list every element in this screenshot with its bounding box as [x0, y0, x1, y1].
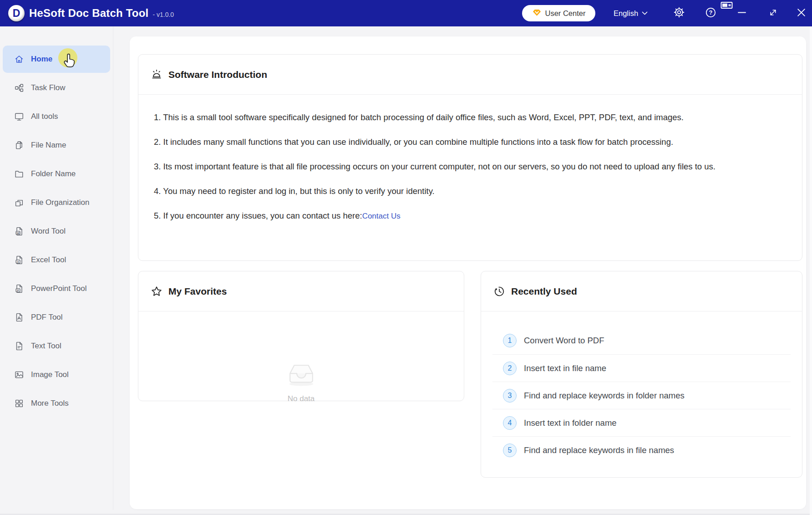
close-button[interactable] — [793, 0, 809, 26]
svg-text:P: P — [17, 289, 19, 292]
recently-used-header: Recently Used — [481, 271, 802, 311]
home-icon — [14, 54, 24, 64]
sidebar-item-text-tool[interactable]: Text Tool — [3, 332, 110, 360]
sidebar-item-pdf-tool[interactable]: PDF Tool — [3, 304, 110, 331]
sidebar-item-more-tools[interactable]: More Tools — [3, 390, 110, 417]
history-clock-icon — [493, 286, 505, 297]
pdf-doc-icon — [14, 312, 24, 322]
sidebar-item-home[interactable]: Home — [3, 46, 110, 73]
recent-item-convert-word-to-pdf[interactable]: 1 Convert Word to PDF — [492, 327, 791, 354]
recently-used-card: Recently Used 1 Convert Word to PDF 2 In… — [481, 271, 802, 478]
recent-item-label: Insert text in folder name — [524, 418, 617, 428]
recent-item-label: Find and replace keywords in file names — [524, 445, 674, 455]
sidebar: Home Task Flow All tools File Na — [0, 26, 113, 510]
resize-icon — [768, 8, 778, 19]
minimize-button[interactable] — [734, 0, 750, 26]
recent-rank-badge: 4 — [503, 416, 517, 430]
sidebar-item-image-tool[interactable]: Image Tool — [3, 361, 110, 388]
intro-point: 4. You may need to register and log in, … — [154, 184, 790, 199]
svg-text:W: W — [17, 231, 20, 235]
sidebar-item-label: File Name — [31, 141, 66, 150]
app-version: - v1.0.0 — [152, 1, 174, 28]
recent-item-label: Find and replace keywords in folder name… — [524, 391, 685, 401]
sidebar-item-label: Task Flow — [31, 83, 66, 92]
recently-used-list: 1 Convert Word to PDF 2 Insert text in f… — [481, 311, 802, 464]
empty-inbox-icon — [284, 380, 319, 388]
my-favorites-header: My Favorites — [138, 271, 464, 311]
my-favorites-card: My Favorites No data — [138, 271, 464, 401]
sidebar-item-task-flow[interactable]: Task Flow — [3, 74, 110, 102]
recent-item-label: Insert text in file name — [524, 363, 606, 373]
sidebar-item-file-name[interactable]: File Name — [3, 132, 110, 159]
text-doc-icon — [14, 341, 24, 351]
excel-doc-icon: X — [14, 255, 24, 265]
app-title-text: HeSoft Doc Batch Tool — [29, 0, 148, 26]
sidebar-item-label: Home — [31, 55, 52, 64]
sidebar-item-powerpoint-tool[interactable]: P PowerPoint Tool — [3, 275, 110, 302]
sidebar-item-label: Folder Name — [31, 169, 76, 178]
ppt-doc-icon: P — [14, 284, 24, 294]
help-button[interactable]: ? — [702, 0, 719, 26]
word-doc-icon: W — [14, 226, 24, 236]
sidebar-item-label: More Tools — [31, 399, 69, 408]
card-title: Recently Used — [511, 286, 577, 297]
language-label: English — [614, 9, 638, 18]
recent-item-find-replace-file-keywords[interactable]: 5 Find and replace keywords in file name… — [492, 436, 791, 464]
app-logo-letter: D — [13, 8, 20, 19]
flow-icon — [14, 83, 24, 93]
settings-button[interactable] — [671, 0, 687, 26]
sidebar-item-all-tools[interactable]: All tools — [3, 103, 110, 130]
no-data-text: No data — [138, 394, 464, 403]
sidebar-item-label: PDF Tool — [31, 313, 63, 322]
recent-item-insert-text-in-folder-name[interactable]: 4 Insert text in folder name — [492, 409, 791, 436]
user-center-label: User Center — [545, 9, 586, 18]
organize-icon — [14, 198, 24, 208]
gear-icon — [673, 6, 685, 20]
intro-point: 5. If you encounter any issues, you can … — [154, 211, 362, 220]
intro-point: 3. Its most important feature is that al… — [154, 159, 790, 174]
language-dropdown[interactable]: English — [614, 0, 648, 26]
monitor-icon — [14, 112, 24, 122]
intro-point-contact: 5. If you encounter any issues, you can … — [154, 209, 790, 224]
recent-item-find-replace-folder-keywords[interactable]: 3 Find and replace keywords in folder na… — [492, 382, 791, 409]
contact-us-link[interactable]: Contact Us — [362, 212, 401, 220]
title-bar: D HeSoft Doc Batch Tool - v1.0.0 User Ce… — [0, 0, 812, 26]
svg-text:X: X — [17, 260, 20, 263]
file-copy-icon — [14, 140, 24, 150]
main-content-panel: Software Introduction 1. This is a small… — [130, 36, 806, 509]
grid-icon — [14, 398, 24, 408]
svg-text:?: ? — [709, 9, 712, 16]
sidebar-item-label: PowerPoint Tool — [31, 284, 87, 293]
app-logo: D — [8, 5, 25, 21]
intro-point: 2. It includes many small functions that… — [154, 135, 790, 149]
maximize-restore-button[interactable] — [765, 0, 781, 26]
recent-item-label: Convert Word to PDF — [524, 336, 604, 346]
ime-tray-icon — [721, 1, 733, 10]
card-title: Software Introduction — [168, 69, 267, 80]
recent-item-insert-text-in-file-name[interactable]: 2 Insert text in file name — [492, 354, 791, 382]
close-icon — [797, 8, 806, 19]
sidebar-item-excel-tool[interactable]: X Excel Tool — [3, 246, 110, 274]
alarm-icon — [151, 69, 162, 81]
window-right-edge — [810, 26, 812, 515]
intro-point: 1. This is a small tool software specifi… — [154, 110, 790, 125]
recent-rank-badge: 1 — [503, 334, 517, 347]
sidebar-item-label: Word Tool — [31, 227, 66, 236]
app-title: HeSoft Doc Batch Tool - v1.0.0 — [29, 0, 174, 26]
sidebar-item-label: All tools — [31, 112, 58, 121]
software-introduction-header: Software Introduction — [138, 55, 802, 95]
user-center-button[interactable]: User Center — [522, 5, 595, 21]
sidebar-item-folder-name[interactable]: Folder Name — [3, 160, 110, 188]
sidebar-item-word-tool[interactable]: W Word Tool — [3, 218, 110, 245]
recent-rank-badge: 3 — [503, 389, 517, 403]
card-title: My Favorites — [168, 286, 227, 297]
sidebar-item-label: File Organization — [31, 198, 90, 207]
vip-gem-icon — [532, 8, 542, 19]
recent-rank-badge: 2 — [503, 362, 517, 375]
image-icon — [14, 370, 24, 380]
software-introduction-body: 1. This is a small tool software specifi… — [138, 95, 802, 224]
sidebar-item-file-organization[interactable]: File Organization — [3, 189, 110, 216]
star-icon — [151, 286, 162, 297]
recent-rank-badge: 5 — [503, 444, 517, 457]
sidebar-item-label: Excel Tool — [31, 255, 66, 265]
